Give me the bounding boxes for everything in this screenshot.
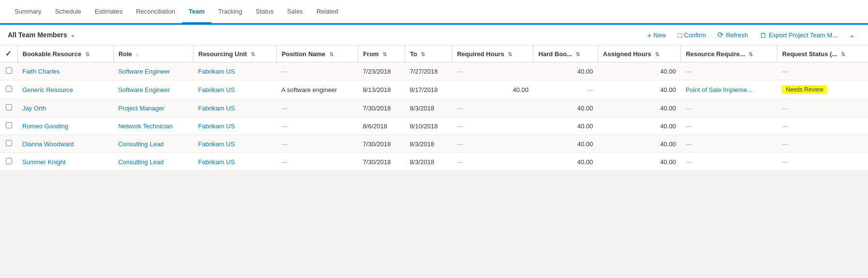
- col-header-resource[interactable]: Bookable Resource ⇅: [17, 46, 113, 62]
- cell-required-hours: 40.00: [452, 80, 533, 99]
- cell-to: 8/3/2018: [405, 99, 452, 117]
- row-checkbox[interactable]: [0, 117, 17, 135]
- col-header-role[interactable]: Role ↓: [113, 46, 193, 62]
- table-row: Generic ResourceSoftware EngineerFabrika…: [0, 80, 868, 99]
- refresh-button[interactable]: ⟳ Refresh: [713, 29, 753, 41]
- nav-item-status[interactable]: Status: [249, 0, 280, 23]
- col-header-resource-require[interactable]: Resource Require... ⇅: [681, 46, 777, 62]
- resourcing-unit-link[interactable]: Fabrikam US: [198, 105, 235, 112]
- select-all-header[interactable]: ✓: [0, 46, 17, 62]
- cell-hard-boo: 40.00: [533, 99, 598, 117]
- role-link[interactable]: Consulting Lead: [118, 140, 164, 148]
- cell-request-status: ---: [777, 62, 868, 80]
- export-icon: 🗋: [760, 31, 767, 39]
- nav-item-sales[interactable]: Sales: [280, 0, 310, 23]
- nav-item-team[interactable]: Team: [182, 0, 212, 23]
- role-link[interactable]: Consulting Lead: [118, 158, 164, 166]
- cell-hard-boo: ---: [533, 80, 598, 99]
- top-nav: Summary Schedule Estimates Reconciliatio…: [0, 0, 868, 23]
- resource-link[interactable]: Faith Charles: [22, 68, 60, 75]
- table-row: Faith CharlesSoftware EngineerFabrikam U…: [0, 62, 868, 80]
- cell-position-name: ---: [276, 117, 358, 135]
- col-header-assigned-hours[interactable]: Assigned Hours ⇅: [598, 46, 681, 62]
- cell-required-hours: ---: [452, 117, 533, 135]
- cell-resourcing-unit: Fabrikam US: [193, 135, 276, 153]
- row-checkbox[interactable]: [0, 99, 17, 117]
- main-container: All Team Members ⌄ + New □ Confirm ⟳ Ref…: [0, 23, 868, 171]
- cell-required-hours: ---: [452, 62, 533, 80]
- cell-resource: Faith Charles: [17, 62, 113, 80]
- nav-item-schedule[interactable]: Schedule: [48, 0, 88, 23]
- cell-position-name: ---: [276, 62, 358, 80]
- col-header-required-hours[interactable]: Required Hours ⇅: [452, 46, 533, 62]
- resourcing-unit-link[interactable]: Fabrikam US: [198, 86, 235, 93]
- cell-from: 7/30/2018: [358, 135, 405, 153]
- toolbar-right: + New □ Confirm ⟳ Refresh 🗋 Export Proje…: [642, 29, 860, 41]
- col-header-to[interactable]: To ⇅: [405, 46, 452, 62]
- resource-link[interactable]: Dianna Woodward: [22, 140, 74, 148]
- cell-to: 7/27/2018: [405, 62, 452, 80]
- cell-assigned-hours: 40.00: [598, 153, 681, 171]
- resourcing-unit-link[interactable]: Fabrikam US: [198, 68, 235, 75]
- new-button[interactable]: + New: [642, 29, 671, 41]
- cell-required-hours: ---: [452, 135, 533, 153]
- team-table: ✓ Bookable Resource ⇅ Role ↓ Resourcing …: [0, 46, 868, 171]
- cell-resource: Romeo Gooding: [17, 117, 113, 135]
- resource-link[interactable]: Generic Resource: [22, 86, 73, 93]
- resourcing-unit-link[interactable]: Fabrikam US: [198, 123, 235, 130]
- sort-icon: ⇅: [576, 51, 580, 58]
- cell-from: 7/30/2018: [358, 153, 405, 171]
- nav-item-tracking[interactable]: Tracking: [212, 0, 249, 23]
- col-header-hard-boo[interactable]: Hard Boo... ⇅: [533, 46, 598, 62]
- col-header-request-status[interactable]: Request Status (... ⇅: [777, 46, 868, 62]
- cell-assigned-hours: 40.00: [598, 135, 681, 153]
- cell-resourcing-unit: Fabrikam US: [193, 62, 276, 80]
- confirm-button[interactable]: □ Confirm: [673, 29, 711, 41]
- cell-resourcing-unit: Fabrikam US: [193, 117, 276, 135]
- sort-icon: ⇅: [748, 51, 753, 58]
- table-row: Dianna WoodwardConsulting LeadFabrikam U…: [0, 135, 868, 153]
- role-link[interactable]: Software Engineer: [118, 68, 170, 75]
- role-link[interactable]: Network Technician: [118, 123, 172, 130]
- col-header-from[interactable]: From ⇅: [358, 46, 405, 62]
- cell-resource: Dianna Woodward: [17, 135, 113, 153]
- row-checkbox[interactable]: [0, 80, 17, 99]
- row-checkbox[interactable]: [0, 153, 17, 171]
- role-link[interactable]: Project Manager: [118, 105, 164, 112]
- cell-request-status: ---: [777, 99, 868, 117]
- cell-from: 8/6/2018: [358, 117, 405, 135]
- resourcing-unit-link[interactable]: Fabrikam US: [198, 140, 235, 148]
- export-button[interactable]: 🗋 Export Project Team M...: [755, 29, 842, 41]
- sort-icon: ⇅: [841, 51, 845, 58]
- row-checkbox[interactable]: [0, 135, 17, 153]
- cell-role: Consulting Lead: [113, 153, 193, 171]
- table-row: Romeo GoodingNetwork TechnicianFabrikam …: [0, 117, 868, 135]
- col-header-position-name[interactable]: Position Name ⇅: [276, 46, 358, 62]
- cell-resource-require: ---: [681, 62, 777, 80]
- more-button[interactable]: ⌄: [844, 29, 860, 41]
- resource-link[interactable]: Romeo Gooding: [22, 123, 68, 130]
- col-header-resourcing-unit[interactable]: Resourcing Unit ⇅: [193, 46, 276, 62]
- resource-link[interactable]: Jay Orth: [22, 105, 46, 112]
- sort-icon: ⇅: [508, 51, 512, 58]
- view-selector[interactable]: All Team Members ⌄: [8, 31, 75, 39]
- row-checkbox[interactable]: [0, 62, 17, 80]
- cell-resource-require: ---: [681, 153, 777, 171]
- resource-link[interactable]: Summer Knight: [22, 158, 66, 166]
- cell-from: 7/23/2018: [358, 62, 405, 80]
- nav-item-reconciliation[interactable]: Reconciliation: [129, 0, 182, 23]
- cell-resourcing-unit: Fabrikam US: [193, 153, 276, 171]
- sort-icon: ↓: [136, 51, 138, 57]
- nav-item-estimates[interactable]: Estimates: [88, 0, 129, 23]
- nav-item-related[interactable]: Related: [310, 0, 345, 23]
- cell-resourcing-unit: Fabrikam US: [193, 80, 276, 99]
- nav-item-summary[interactable]: Summary: [8, 0, 48, 23]
- role-link[interactable]: Software Engineer: [118, 86, 170, 93]
- sort-icon: ⇅: [655, 51, 659, 58]
- confirm-icon: □: [678, 31, 682, 39]
- resourcing-unit-link[interactable]: Fabrikam US: [198, 158, 235, 166]
- resource-require-link[interactable]: Point of Sale Impleme...: [685, 86, 752, 93]
- cell-resource-require: Point of Sale Impleme...: [681, 80, 777, 99]
- chevron-down-icon: ⌄: [849, 31, 855, 39]
- cell-position-name: ---: [276, 99, 358, 117]
